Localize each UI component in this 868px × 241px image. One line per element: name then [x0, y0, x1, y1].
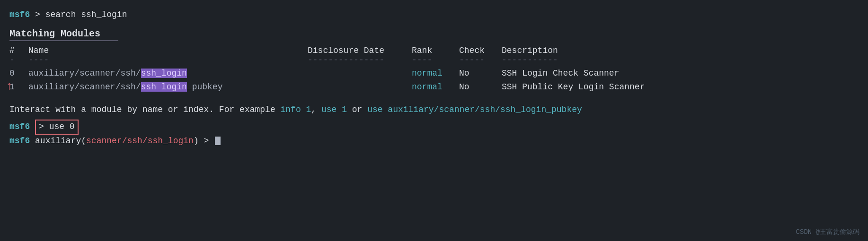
command-line-1: msf6 > search ssh_login	[9, 9, 859, 22]
arrow-indicator: ↑	[6, 80, 13, 93]
col-header-date: Disclosure Date	[308, 46, 412, 55]
row0-name: auxiliary/scanner/ssh/ssh_login	[28, 67, 308, 80]
row1-rank: normal	[412, 80, 459, 94]
command-text-1: search ssh_login	[40, 9, 127, 22]
col-header-desc: Description	[502, 46, 558, 55]
table-row: ↑ 1 auxiliary/scanner/ssh/ssh_login_pubk…	[9, 80, 859, 94]
interact-use2: use auxiliary/scanner/ssh/ssh_login_pubk…	[367, 105, 582, 114]
row1-check: No	[459, 80, 502, 94]
command-line-use: msf6 > use 0	[9, 120, 859, 135]
row1-name: auxiliary/scanner/ssh/ssh_login_pubkey	[28, 80, 308, 94]
row0-desc: SSH Login Check Scanner	[502, 67, 619, 80]
table-row: 0 auxiliary/scanner/ssh/ssh_login normal…	[9, 67, 859, 80]
row0-num: 0	[9, 67, 28, 80]
col-header-num: #	[9, 46, 28, 55]
prompt-label-2: msf6	[9, 120, 30, 134]
module-table: # Name Disclosure Date Rank Check Descri…	[9, 46, 859, 94]
use-command-box: > use 0	[30, 120, 78, 135]
table-header-row: # Name Disclosure Date Rank Check Descri…	[9, 46, 859, 55]
interact-or: or	[347, 105, 367, 114]
cursor	[215, 137, 221, 145]
section-title: Matching Modules	[9, 28, 859, 39]
interact-info: info 1	[281, 105, 311, 114]
col-header-name: Name	[28, 46, 308, 55]
auxiliary-prompt-line: msf6 auxiliary(scanner/ssh/ssh_login) >	[9, 135, 859, 148]
interact-prefix: Interact with a module by name or index.…	[9, 105, 281, 114]
interact-use1: use 1	[321, 105, 347, 114]
col-header-check: Check	[459, 46, 502, 55]
auxiliary-text: auxiliary(scanner/ssh/ssh_login) >	[30, 135, 221, 148]
interact-line: Interact with a module by name or index.…	[9, 103, 859, 117]
prompt-label-1: msf6	[9, 9, 30, 22]
prompt-arrow-1: >	[30, 9, 40, 22]
row0-rank: normal	[412, 67, 459, 80]
prompt-label-3: msf6	[9, 135, 30, 148]
row1-desc: SSH Public Key Login Scanner	[502, 80, 645, 94]
interact-comma: ,	[311, 105, 321, 114]
watermark: CSDN @王富贵偷源码	[796, 228, 859, 236]
table-divider: - ---- --------------- ---- ----- ------…	[9, 55, 859, 65]
row0-check: No	[459, 67, 502, 80]
section-underline	[9, 40, 118, 41]
col-header-rank: Rank	[412, 46, 459, 55]
